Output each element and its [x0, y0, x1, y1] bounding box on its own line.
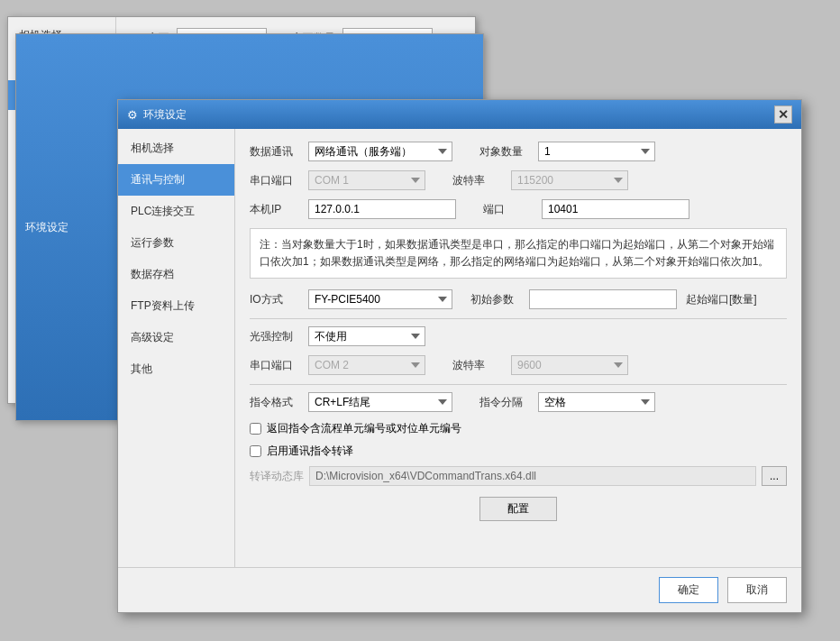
data-comm-select[interactable]: 网络通讯（服务端）: [308, 142, 452, 161]
confirm-button[interactable]: 确定: [659, 577, 718, 603]
settings-icon: ⚙: [127, 108, 138, 122]
checkbox1[interactable]: [250, 423, 261, 435]
fg-sidebar-item-other[interactable]: 其他: [118, 353, 234, 385]
port-label: 端口: [483, 202, 533, 217]
serial2-select[interactable]: COM 2: [308, 355, 425, 375]
light-select[interactable]: 不使用: [308, 326, 425, 346]
fg-sidebar-item-data[interactable]: 数据存档: [118, 259, 234, 290]
fg-sidebar-item-run[interactable]: 运行参数: [118, 227, 234, 259]
baud-select[interactable]: 115200: [511, 170, 628, 190]
serial-select[interactable]: COM 1: [308, 170, 425, 190]
data-comm-label: 数据通讯: [250, 144, 299, 160]
fg-main-content: 数据通讯 网络通讯（服务端） 对象数量 1 串口端口 COM 1 波特率 115…: [235, 129, 801, 567]
checkbox2-row: 启用通讯指令转译: [250, 444, 787, 459]
light-label: 光强控制: [250, 329, 299, 344]
browse-button[interactable]: ...: [762, 466, 787, 486]
local-ip-input[interactable]: [308, 199, 456, 219]
io-label: IO方式: [250, 292, 299, 307]
checkbox2-label: 启用通讯指令转译: [267, 444, 353, 459]
fg-sidebar-item-plc[interactable]: PLC连接交互: [118, 196, 234, 227]
fg-close-button[interactable]: ✕: [774, 105, 792, 124]
checkbox1-label: 返回指令含流程单元编号或对位单元编号: [267, 421, 461, 436]
serial2-label: 串口端口: [250, 358, 299, 373]
fg-sidebar-item-comm[interactable]: 通讯与控制: [118, 164, 234, 196]
io-select[interactable]: FY-PCIE5400: [308, 289, 452, 309]
bg-dialog-title: 环境设定: [25, 220, 68, 235]
cmd-sep-select[interactable]: 空格: [538, 392, 655, 412]
translate-label: 转译动态库: [250, 469, 304, 484]
checkbox2[interactable]: [250, 445, 261, 457]
fg-sidebar: 相机选择 通讯与控制 PLC连接交互 运行参数 数据存档 FTP资料上传 高级设…: [118, 129, 235, 567]
serial-label: 串口端口: [250, 173, 299, 188]
fg-sidebar-item-ftp[interactable]: FTP资料上传: [118, 290, 234, 322]
local-ip-label: 本机IP: [250, 202, 299, 217]
obj-count-select[interactable]: 1: [538, 142, 655, 161]
start-port-label: 起始端口[数量]: [686, 292, 757, 307]
config-button[interactable]: 配置: [479, 497, 557, 521]
checkbox1-row: 返回指令含流程单元编号或对位单元编号: [250, 421, 787, 436]
cmd-format-label: 指令格式: [250, 395, 299, 410]
dialog-bottom-bar: 确定 取消: [118, 567, 801, 612]
cmd-format-select[interactable]: CR+LF结尾: [308, 392, 452, 412]
fg-dialog-title: 环境设定: [143, 107, 187, 123]
cmd-sep-label: 指令分隔: [479, 395, 529, 410]
port-input[interactable]: [542, 199, 689, 219]
translate-row: 转译动态库 ...: [250, 466, 787, 486]
init-param-label: 初始参数: [470, 292, 520, 307]
fg-sidebar-item-advanced[interactable]: 高级设定: [118, 322, 234, 353]
init-param-input[interactable]: [529, 289, 677, 309]
cancel-button[interactable]: 取消: [727, 577, 787, 603]
baud2-select[interactable]: 9600: [511, 355, 628, 375]
note-box: 注：当对象数量大于1时，如果数据通讯类型是串口，那么指定的串口端口为起始端口，从…: [250, 228, 787, 279]
fg-sidebar-item-camera[interactable]: 相机选择: [118, 133, 234, 164]
baud-label: 波特率: [452, 173, 502, 188]
fg-dialog: ⚙ 环境设定 ✕ 相机选择 通讯与控制 PLC连接交互 运行参数 数据存档 FT…: [117, 99, 802, 613]
fg-dialog-titlebar: ⚙ 环境设定 ✕: [118, 100, 801, 129]
baud2-label: 波特率: [452, 358, 502, 373]
translate-input[interactable]: [309, 466, 756, 486]
obj-count-label: 对象数量: [479, 144, 529, 160]
note-text: 注：当对象数量大于1时，如果数据通讯类型是串口，那么指定的串口端口为起始端口，从…: [260, 238, 774, 268]
